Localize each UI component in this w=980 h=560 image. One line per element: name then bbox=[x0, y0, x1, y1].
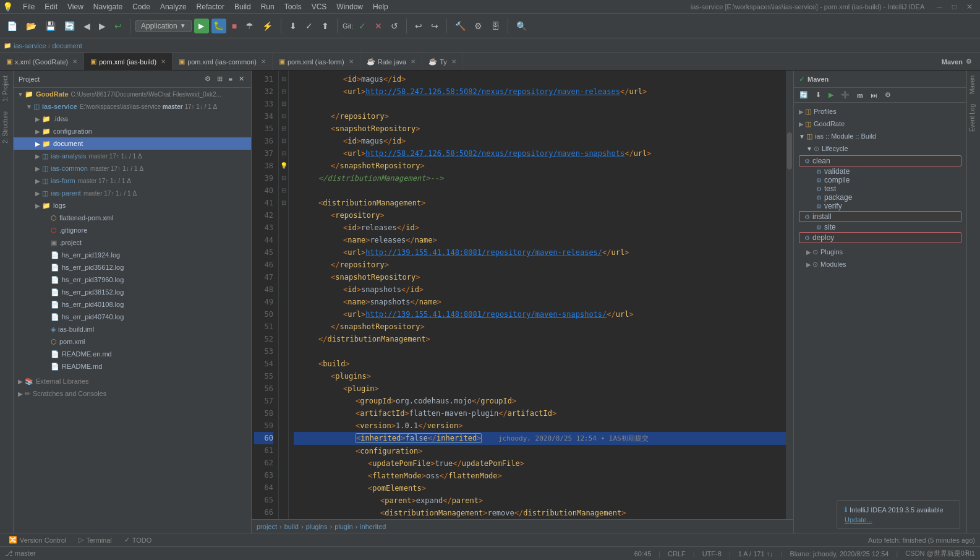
maven-item-modules[interactable]: ▶ ⊙ Modules bbox=[796, 258, 964, 270]
git-x-btn[interactable]: ✕ bbox=[372, 19, 385, 33]
menu-vcs[interactable]: VCS bbox=[307, 1, 332, 12]
tree-item-gitignore[interactable]: ⬡ .gitignore bbox=[14, 224, 251, 236]
git-branch[interactable]: ⎇ master bbox=[5, 549, 36, 558]
revert-btn[interactable]: ↩ bbox=[111, 19, 125, 33]
vcs-commit-btn[interactable]: ✓ bbox=[302, 19, 316, 33]
close-tab-0[interactable]: ✕ bbox=[72, 58, 77, 65]
coverage-btn[interactable]: ☂ bbox=[242, 19, 257, 33]
status-crlf[interactable]: CRLF bbox=[668, 550, 686, 558]
menu-view[interactable]: View bbox=[62, 1, 88, 12]
menu-tools[interactable]: Tools bbox=[279, 1, 307, 12]
file-tab-0[interactable]: ▣ x.xml (GoodRate) ✕ bbox=[0, 53, 84, 71]
project-panel-label[interactable]: 1: Project bbox=[0, 71, 13, 106]
tree-item-ias-parent[interactable]: ▶ ◫ ias-parent master 17↑ 1↓ / 1 Δ bbox=[14, 187, 251, 199]
debug-button[interactable]: 🐛 bbox=[211, 19, 226, 33]
maven-item-profiles[interactable]: ▶ ◫ Profiles bbox=[796, 105, 964, 118]
maven-refresh-btn[interactable]: 🔄 bbox=[796, 89, 811, 101]
maven-skip-btn[interactable]: ⏭ bbox=[867, 89, 880, 101]
version-control-tab[interactable]: 🔀 Version Control bbox=[5, 533, 70, 547]
sidebar-collapse-btn[interactable]: ≡ bbox=[227, 74, 234, 84]
tree-item-external-libs[interactable]: ▶ 📚 External Libraries bbox=[14, 375, 251, 387]
close-tab-4[interactable]: ✕ bbox=[411, 58, 415, 65]
close-tab-3[interactable]: ✕ bbox=[349, 58, 354, 65]
menu-analyze[interactable]: Analyze bbox=[155, 1, 192, 12]
tree-item-configuration[interactable]: ▶ 📁 configuration bbox=[14, 125, 251, 137]
notification-update-link[interactable]: Update... bbox=[845, 516, 872, 523]
git-rollback-btn[interactable]: ↺ bbox=[388, 19, 401, 33]
db-btn[interactable]: 🗄 bbox=[488, 19, 503, 33]
maven-phase-install[interactable]: ⚙ install bbox=[799, 211, 961, 222]
maven-run-btn[interactable]: ▶ bbox=[825, 89, 837, 101]
tree-item-project-file[interactable]: ▣ .project bbox=[14, 236, 251, 249]
tree-item-flattened-pom[interactable]: ⬡ flattened-pom.xml bbox=[14, 212, 251, 224]
menu-build[interactable]: Build bbox=[229, 1, 256, 12]
tree-item-logs[interactable]: ▶ 📁 logs bbox=[14, 199, 251, 212]
menu-help[interactable]: Help bbox=[368, 1, 393, 12]
breadcrumb-plugins[interactable]: plugins bbox=[306, 523, 328, 530]
stop-btn[interactable]: ■ bbox=[229, 19, 240, 33]
vcs-update-btn[interactable]: ⬇ bbox=[286, 19, 300, 33]
tree-item-readme-en[interactable]: 📄 README.en.md bbox=[14, 348, 251, 360]
maven-phase-clean[interactable]: ⚙ clean bbox=[799, 155, 961, 166]
nav-document[interactable]: document bbox=[53, 42, 82, 50]
maven-download-btn[interactable]: ⬇ bbox=[812, 89, 824, 101]
tree-item-log5[interactable]: 📄 hs_err_pid40108.log bbox=[14, 298, 251, 311]
file-tab-5[interactable]: ☕ Ty ✕ bbox=[422, 53, 463, 71]
tree-item-log4[interactable]: 📄 hs_err_pid38152.log bbox=[14, 286, 251, 298]
open-btn[interactable]: 📂 bbox=[23, 19, 40, 33]
file-tab-1[interactable]: ▣ pom.xml (ias-build) ✕ bbox=[84, 53, 173, 71]
maximize-btn[interactable]: □ bbox=[947, 1, 961, 12]
maven-panel-label[interactable]: Maven bbox=[942, 58, 963, 66]
tree-item-scratches[interactable]: ▶ ✏ Scratches and Consoles bbox=[14, 387, 251, 400]
status-position[interactable]: 60:45 bbox=[634, 550, 652, 558]
save-btn[interactable]: 💾 bbox=[42, 19, 59, 33]
tree-item-log2[interactable]: 📄 hs_err_pid35612.log bbox=[14, 261, 251, 274]
maven-phase-verify[interactable]: ⚙ verify bbox=[796, 202, 964, 210]
sync-btn[interactable]: 🔄 bbox=[61, 19, 78, 33]
breadcrumb-inherited[interactable]: inherited bbox=[360, 523, 386, 530]
structure-panel-label[interactable]: 2: Structure bbox=[0, 106, 13, 149]
tree-item-ias-form[interactable]: ▶ ◫ ias-form master 17↑ 1↓ / 1 Δ bbox=[14, 174, 251, 187]
tree-item-document[interactable]: ▶ 📁 document bbox=[14, 137, 251, 150]
file-tab-3[interactable]: ▣ pom.xml (ias-form) ✕ bbox=[273, 53, 360, 71]
build-btn[interactable]: 🔨 bbox=[452, 19, 469, 33]
new-file-btn[interactable]: 📄 bbox=[4, 19, 20, 33]
tree-item-goodrate[interactable]: ▼ 📁 GoodRate C:\Users\86177\Documents\We… bbox=[14, 88, 251, 100]
menu-edit[interactable]: Edit bbox=[40, 1, 62, 12]
code-area[interactable]: <id>magus</id> <url>http://58.247.126.58… bbox=[289, 71, 786, 519]
breadcrumb-build[interactable]: build bbox=[284, 523, 299, 530]
editor-scrollbar-thumb[interactable] bbox=[787, 132, 792, 170]
maven-phase-deploy[interactable]: ⚙ deploy bbox=[799, 232, 961, 243]
event-log-label[interactable]: Event Log bbox=[967, 99, 980, 137]
terminal-tab[interactable]: ▷ Terminal bbox=[75, 533, 116, 547]
sdk-btn[interactable]: ⚙ bbox=[471, 19, 485, 33]
editor-scrollbar[interactable] bbox=[786, 71, 793, 519]
nav-ias-service[interactable]: ias-service bbox=[14, 42, 46, 50]
file-tab-2[interactable]: ▣ pom.xml (ias-common) ✕ bbox=[173, 53, 273, 71]
maven-add-btn[interactable]: ➕ bbox=[838, 89, 853, 101]
close-tab-5[interactable]: ✕ bbox=[451, 58, 456, 65]
maven-phase-package[interactable]: ⚙ package bbox=[796, 193, 964, 202]
maven-phase-compile[interactable]: ⚙ compile bbox=[796, 176, 964, 184]
tree-item-ias-build-iml[interactable]: ◈ ias-build.iml bbox=[14, 323, 251, 335]
menu-run[interactable]: Run bbox=[256, 1, 279, 12]
menu-refactor[interactable]: Refactor bbox=[192, 1, 229, 12]
file-tab-4[interactable]: ☕ Rate.java ✕ bbox=[360, 53, 422, 71]
search-everywhere-btn[interactable]: 🔍 bbox=[513, 19, 530, 33]
tree-item-log6[interactable]: 📄 hs_err_pid40740.log bbox=[14, 311, 251, 323]
todo-tab[interactable]: ✓ TODO bbox=[121, 533, 156, 547]
tree-item-log3[interactable]: 📄 hs_err_pid37960.log bbox=[14, 274, 251, 286]
maven-phase-test[interactable]: ⚙ test bbox=[796, 184, 964, 193]
breadcrumb-project[interactable]: project bbox=[257, 523, 277, 530]
maven-phase-validate[interactable]: ⚙ validate bbox=[796, 167, 964, 176]
back-btn[interactable]: ◀ bbox=[80, 19, 93, 33]
maven-phase-site[interactable]: ⚙ site bbox=[796, 223, 964, 231]
run-button[interactable]: ▶ bbox=[194, 19, 209, 33]
maven-settings-btn[interactable]: ⚙ bbox=[963, 56, 975, 67]
undo-btn[interactable]: ↩ bbox=[412, 19, 425, 33]
tree-item-idea[interactable]: ▶ 📁 .idea bbox=[14, 113, 251, 125]
maven-item-plugins[interactable]: ▶ ⊙ Plugins bbox=[796, 246, 964, 258]
tree-item-ias-common[interactable]: ▶ ◫ ias-common master 17↑ 1↓ / 1 Δ bbox=[14, 162, 251, 174]
maven-item-lifecycle[interactable]: ▼ ⊙ Lifecycle bbox=[796, 142, 964, 155]
git-check-btn[interactable]: ✓ bbox=[356, 19, 369, 33]
